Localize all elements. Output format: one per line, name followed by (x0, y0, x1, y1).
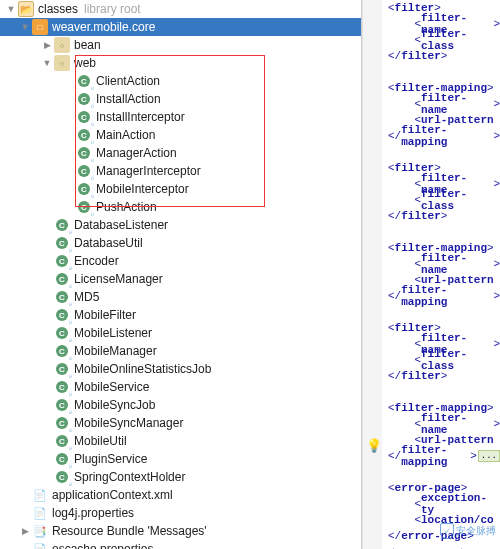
tree-node-class[interactable]: MobileService (0, 378, 361, 396)
prop-file-icon (32, 541, 48, 549)
class-icon (54, 397, 70, 413)
project-tree[interactable]: classes library root weaver.mobile.core … (0, 0, 362, 549)
node-label: ManagerInterceptor (96, 164, 201, 178)
chevron-right-icon[interactable] (40, 38, 54, 52)
code-line[interactable]: <filter-name> (382, 96, 500, 112)
class-icon (54, 361, 70, 377)
chevron-down-icon[interactable] (40, 56, 54, 70)
node-label: log4j.properties (52, 506, 134, 520)
node-label: MainAction (96, 128, 155, 142)
tree-node-class[interactable]: DatabaseListener (0, 216, 361, 234)
tree-node-class[interactable]: DatabaseUtil (0, 234, 361, 252)
code-line[interactable]: <filter-name> (382, 416, 500, 432)
tree-node-resource[interactable]: applicationContext.xml (0, 486, 361, 504)
code-line[interactable]: <filter-class (382, 352, 500, 368)
node-label: Resource Bundle 'Messages' (52, 524, 207, 538)
code-line-blank (382, 224, 500, 240)
tree-node-class[interactable]: ClientAction (0, 72, 361, 90)
class-icon (54, 253, 70, 269)
code-line[interactable]: <exception-ty (382, 496, 500, 512)
chevron-down-icon[interactable] (4, 2, 18, 16)
node-label: ManagerAction (96, 146, 177, 160)
class-icon (76, 109, 92, 125)
tree-node-class[interactable]: MobileSyncManager (0, 414, 361, 432)
node-label: LicenseManager (74, 272, 163, 286)
class-icon (76, 181, 92, 197)
package-icon (54, 55, 70, 71)
chevron-right-icon[interactable] (18, 524, 32, 538)
class-icon (76, 73, 92, 89)
node-label: MobileFilter (74, 308, 136, 322)
node-label: InstallInterceptor (96, 110, 185, 124)
editor-gutter (362, 0, 382, 549)
tree-node-resource[interactable]: log4j.properties (0, 504, 361, 522)
intention-bulb-icon[interactable]: 💡 (366, 438, 382, 453)
node-label: applicationContext.xml (52, 488, 173, 502)
tree-node-class[interactable]: ManagerAction (0, 144, 361, 162)
tree-node-class[interactable]: ManagerInterceptor (0, 162, 361, 180)
class-icon (54, 289, 70, 305)
tree-node-class[interactable]: MD5 (0, 288, 361, 306)
tree-node-class[interactable]: MobileUtil (0, 432, 361, 450)
node-label: MobileInterceptor (96, 182, 189, 196)
tree-node-class[interactable]: SpringContextHolder (0, 468, 361, 486)
node-label: MobileManager (74, 344, 157, 358)
tree-node-class[interactable]: MainAction (0, 126, 361, 144)
node-label: MobileListener (74, 326, 152, 340)
class-icon (54, 271, 70, 287)
class-icon (76, 199, 92, 215)
node-label: web (74, 56, 96, 70)
tree-node-class[interactable]: MobileInterceptor (0, 180, 361, 198)
node-label: weaver.mobile.core (52, 20, 155, 34)
tree-node-class[interactable]: MobileManager (0, 342, 361, 360)
class-icon (76, 145, 92, 161)
tree-node-class[interactable]: MobileListener (0, 324, 361, 342)
class-icon (54, 415, 70, 431)
tree-node-class[interactable]: LicenseManager (0, 270, 361, 288)
code-line-blank (382, 64, 500, 80)
tree-node-class[interactable]: PluginService (0, 450, 361, 468)
node-label: ClientAction (96, 74, 160, 88)
class-icon (54, 307, 70, 323)
tree-node-class[interactable]: MobileFilter (0, 306, 361, 324)
tree-node-class[interactable]: InstallInterceptor (0, 108, 361, 126)
class-icon (54, 325, 70, 341)
code-line[interactable]: </filter-mapping> (382, 128, 500, 144)
library-root-icon (18, 1, 34, 17)
class-icon (54, 379, 70, 395)
code-line[interactable]: <filter-class (382, 32, 500, 48)
tree-node-package-selected[interactable]: weaver.mobile.core (0, 18, 361, 36)
tree-node-class[interactable]: MobileSyncJob (0, 396, 361, 414)
node-label: Encoder (74, 254, 119, 268)
code-line[interactable]: </filter-mapping> (382, 288, 500, 304)
class-icon (76, 91, 92, 107)
tree-node-class[interactable]: Encoder (0, 252, 361, 270)
class-icon (54, 343, 70, 359)
node-label: bean (74, 38, 101, 52)
code-line[interactable]: <error-page> (382, 544, 500, 549)
code-line[interactable]: <filter-class (382, 192, 500, 208)
class-icon (76, 127, 92, 143)
node-label: DatabaseListener (74, 218, 168, 232)
node-label: DatabaseUtil (74, 236, 143, 250)
tree-node-root[interactable]: classes library root (0, 0, 361, 18)
package-icon (54, 37, 70, 53)
tree-node-class[interactable]: PushAction (0, 198, 361, 216)
tree-node-package[interactable]: bean (0, 36, 361, 54)
code-line[interactable]: <filter-name> (382, 256, 500, 272)
code-line[interactable]: </filter-mapping>... (382, 448, 500, 464)
code-editor[interactable]: <filter> <filter-name> <filter-class</fi… (382, 0, 500, 549)
xml-file-icon (32, 487, 48, 503)
tree-node-class[interactable]: InstallAction (0, 90, 361, 108)
shield-icon: ✓ (440, 523, 454, 539)
chevron-down-icon[interactable] (18, 20, 32, 34)
node-label: InstallAction (96, 92, 161, 106)
tree-node-class[interactable]: MobileOnlineStatisticsJob (0, 360, 361, 378)
tree-node-package[interactable]: web (0, 54, 361, 72)
bundle-file-icon (32, 523, 48, 539)
tree-node-resource[interactable]: oscache.properties (0, 540, 361, 549)
tree-node-resource[interactable]: Resource Bundle 'Messages' (0, 522, 361, 540)
node-label: MobileService (74, 380, 149, 394)
node-label: PluginService (74, 452, 147, 466)
node-suffix: library root (84, 2, 141, 16)
